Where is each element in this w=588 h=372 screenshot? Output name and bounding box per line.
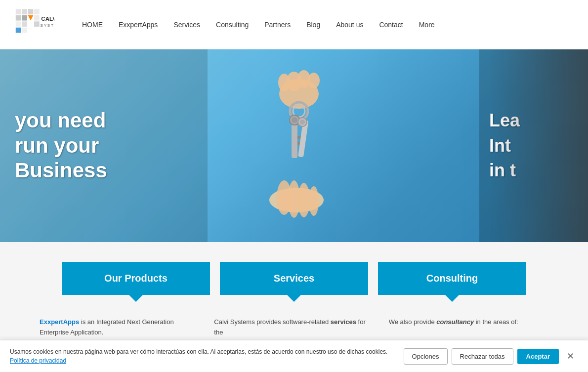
nav-home[interactable]: HOME [74,17,111,33]
svg-rect-1 [22,9,27,14]
nav-consulting[interactable]: Consulting [208,17,256,33]
svg-rect-8 [16,21,21,27]
desc-col3-rest: in the areas of: [474,318,518,326]
logo-area: CALVI SYSTEMS [15,7,54,42]
desc-col-2: Calvi Systems provides software-related … [214,317,374,338]
nav-partners[interactable]: Partners [256,17,298,33]
products-section: Our Products Services Consulting [0,242,588,295]
desc-col2-intro: Calvi Systems provides software-related [214,318,331,326]
cookie-banner: Usamos cookies en nuestra página web par… [0,340,588,348]
nav-blog[interactable]: Blog [298,17,328,33]
svg-marker-6 [28,15,34,20]
svg-rect-7 [34,15,40,20]
nav-about-us[interactable]: About us [328,17,371,33]
keys-svg [240,67,348,225]
header: CALVI SYSTEMS HOME ExxpertApps Services … [0,0,588,49]
hero-section: you need run your Business [0,49,588,242]
hero-line2: run your Business [15,133,193,183]
svg-rect-11 [16,27,21,33]
hero-keys-image [220,49,368,242]
svg-text:CALVI: CALVI [41,15,54,21]
svg-rect-5 [22,15,27,20]
cookie-text: Usamos cookies en nuestra página web par… [10,347,396,348]
svg-rect-12 [22,27,27,33]
svg-point-33 [298,183,310,217]
svg-point-24 [292,117,297,123]
our-products-card[interactable]: Our Products [62,262,210,295]
svg-point-29 [300,120,305,124]
nav-contact[interactable]: Contact [371,17,411,33]
nav-exxpert-apps[interactable]: ExxpertApps [111,17,166,33]
svg-text:SYSTEMS: SYSTEMS [41,23,54,28]
desc-col3-intro: We also provide [389,318,437,326]
desc-col2-bold: services [331,318,356,326]
hero-text-overlay: you need run your Business [0,49,208,242]
exxpert-apps-link[interactable]: ExxpertApps [40,318,79,326]
svg-point-19 [279,79,319,109]
desc-col-1: ExxpertApps is an Integrated Next Genera… [40,317,199,338]
svg-rect-2 [28,9,34,14]
person-silhouette [489,49,588,242]
svg-rect-9 [22,21,27,27]
nav-more[interactable]: More [411,17,443,33]
products-cards-row: Our Products Services Consulting [49,257,539,295]
nav-services[interactable]: Services [166,17,208,33]
svg-rect-10 [34,21,40,27]
svg-rect-3 [34,9,40,14]
svg-rect-0 [16,9,21,14]
svg-point-34 [309,186,319,216]
desc-col-3: We also provide consultancy in the areas… [389,317,548,338]
consulting-card[interactable]: Consulting [378,262,526,295]
main-nav: HOME ExxpertApps Services Consulting Par… [74,17,573,33]
hero-line1: you need [15,108,193,133]
calvi-logo: CALVI SYSTEMS [15,7,54,42]
svg-rect-4 [16,15,21,20]
desc-col3-bold: consultancy [436,318,474,326]
services-card[interactable]: Services [220,262,368,295]
